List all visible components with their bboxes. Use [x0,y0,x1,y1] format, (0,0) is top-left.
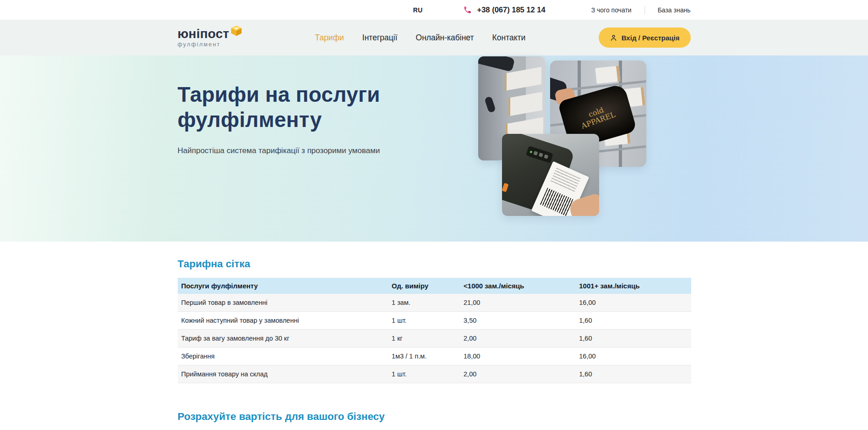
topbar-divider [644,6,645,14]
logo[interactable]: юніпост фулфілмент [178,28,251,48]
phone-number: +38 (067) 185 12 14 [477,6,546,14]
topbar-link-getting-started[interactable]: З чого почати [591,6,632,14]
cell-price-high: 16,00 [575,294,691,311]
table-row: Тариф за вагу замовлення до 30 кг 1 кг 2… [178,330,691,347]
calculator-section-title: Розрахуйте вартість для вашого бізнесу [178,411,691,423]
cell-price-low: 2,00 [460,330,575,347]
phone-icon [463,6,472,14]
col-header-over1001: 1001+ зам./місяць [575,278,691,294]
cell-service: Приймання товару на склад [178,365,388,383]
pricing-section-title: Тарифна сітка [178,258,691,270]
nav-tariffs[interactable]: Тарифи [315,33,344,43]
col-header-services: Послуги фулфілменту [178,278,388,294]
cell-unit: 1 шт. [388,365,460,383]
main-nav: Тарифи Інтеграції Онлайн-кабінет Контакт… [315,33,526,43]
cell-service: Кожний наступний товар у замовленні [178,312,388,329]
cell-service: Перший товар в замовленні [178,294,388,311]
cell-price-low: 18,00 [460,347,575,365]
cell-price-low: 3,50 [460,312,575,329]
cube-logo-icon [230,25,242,37]
cell-price-high: 1,60 [575,330,691,347]
cell-unit: 1 кг [388,330,460,347]
nav-integrations[interactable]: Інтеграції [362,33,398,43]
cell-price-low: 2,00 [460,365,575,383]
pricing-table: Послуги фулфілменту Од. виміру <1000 зам… [178,278,691,383]
table-header-row: Послуги фулфілменту Од. виміру <1000 зам… [178,278,691,294]
topbar-link-knowledge-base[interactable]: База знань [658,6,691,14]
table-row: Приймання товару на склад 1 шт. 2,00 1,6… [178,365,691,383]
pricing-section: Тарифна сітка Послуги фулфілменту Од. ви… [178,242,691,423]
page-title: Тарифи на послуги фулфілменту [178,82,434,132]
hero-subtitle: Найпростіша система тарифікації з прозор… [178,146,434,155]
label-printer-photo [502,134,599,216]
site-header: юніпост фулфілмент Тарифи Інтеграції Онл… [0,20,868,55]
cell-price-high: 1,60 [575,365,691,383]
cell-unit: 1 зам. [388,294,460,311]
col-header-under1000: <1000 зам./місяць [460,278,575,294]
phone-link[interactable]: +38 (067) 185 12 14 [463,6,546,14]
cell-price-high: 1,60 [575,312,691,329]
login-register-button[interactable]: Вхід / Реєстрація [599,28,691,48]
table-row: Кожний наступний товар у замовленні 1 шт… [178,312,691,330]
cell-service: Зберігання [178,347,388,365]
language-switcher[interactable]: RU [413,6,423,14]
table-row: Перший товар в замовленні 1 зам. 21,00 1… [178,294,691,312]
logo-tagline: фулфілмент [178,41,251,48]
nav-contacts[interactable]: Контакти [492,33,526,43]
nav-online-cabinet[interactable]: Онлайн-кабінет [416,33,474,43]
table-row: Зберігання 1м3 / 1 п.м. 18,00 16,00 [178,347,691,365]
hero-section: Тарифи на послуги фулфілменту Найпростіш… [0,55,868,242]
cell-service: Тариф за вагу замовлення до 30 кг [178,330,388,347]
cell-price-low: 21,00 [460,294,575,311]
cell-unit: 1м3 / 1 п.м. [388,347,460,365]
barcode [540,187,573,216]
user-icon [610,34,617,42]
top-bar: RU +38 (067) 185 12 14 З чого почати Баз… [0,0,868,20]
cell-price-high: 16,00 [575,347,691,365]
login-button-label: Вхід / Реєстрація [622,34,680,42]
logo-name: юніпост [178,28,229,40]
cell-unit: 1 шт. [388,312,460,329]
col-header-unit: Од. виміру [388,278,460,294]
